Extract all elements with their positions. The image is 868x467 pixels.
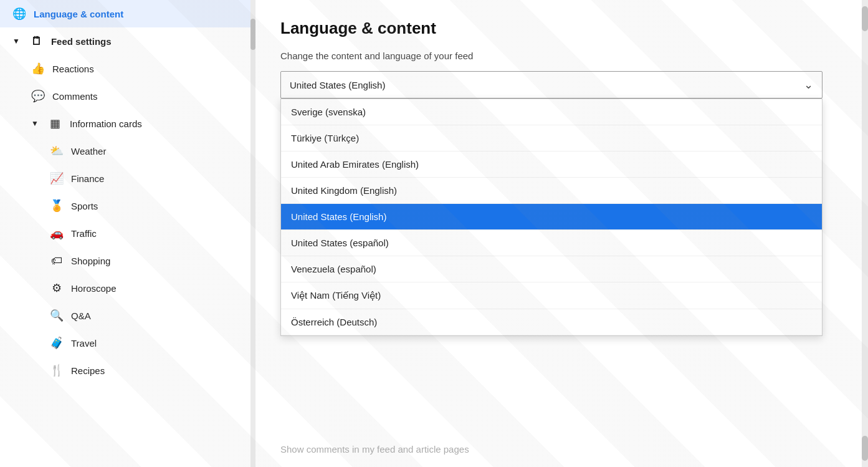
sidebar-item-traffic[interactable]: 🚗 Traffic xyxy=(0,219,255,247)
travel-icon: 🧳 xyxy=(50,336,64,350)
dropdown-option-sverige[interactable]: Sverige (svenska) xyxy=(281,99,822,125)
dropdown-selected-value: United States (English) xyxy=(290,80,385,90)
dropdown-option-us-english[interactable]: United States (English) xyxy=(281,204,822,230)
sidebar-item-label: Weather xyxy=(71,146,106,156)
sidebar-item-label: Information cards xyxy=(70,118,142,129)
sidebar-item-label: Sports xyxy=(71,201,98,211)
main-content: Language & content Change the content an… xyxy=(255,0,868,467)
sidebar-item-travel[interactable]: 🧳 Travel xyxy=(0,329,255,357)
dropdown-option-us-espanol[interactable]: United States (español) xyxy=(281,230,822,256)
sidebar-item-finance[interactable]: 📈 Finance xyxy=(0,165,255,192)
horoscope-icon: ⚙ xyxy=(50,281,64,295)
sidebar-item-reactions[interactable]: 👍 Reactions xyxy=(0,55,255,82)
language-dropdown-wrapper: United States (English) ⌄ Sverige (svens… xyxy=(280,71,843,99)
sidebar-item-recipes[interactable]: 🍴 Recipes xyxy=(0,357,255,384)
language-dropdown-list[interactable]: Sverige (svenska) Türkiye (Türkçe) Unite… xyxy=(280,99,823,336)
dropdown-option-turkiye[interactable]: Türkiye (Türkçe) xyxy=(281,125,822,152)
sidebar-item-sports[interactable]: 🏅 Sports xyxy=(0,192,255,219)
finance-icon: 📈 xyxy=(50,171,64,185)
sidebar-item-shopping[interactable]: 🏷 Shopping xyxy=(0,247,255,274)
sidebar-item-comments[interactable]: 💬 Comments xyxy=(0,82,255,110)
sidebar-item-label: Comments xyxy=(52,91,98,102)
weather-icon: ⛅ xyxy=(50,144,64,158)
feed-icon: 🗒 xyxy=(30,34,44,48)
sidebar-item-feed-settings[interactable]: ▼ 🗒 Feed settings xyxy=(0,27,255,55)
dropdown-option-venezuela[interactable]: Venezuela (español) xyxy=(281,256,822,282)
page-title: Language & content xyxy=(280,19,843,38)
section-description: Change the content and language of your … xyxy=(280,51,843,61)
sidebar-item-label: Traffic xyxy=(71,228,97,239)
recipes-icon: 🍴 xyxy=(50,363,64,377)
globe-icon: 🌐 xyxy=(12,7,26,21)
shopping-icon: 🏷 xyxy=(50,254,64,267)
sidebar-item-label: Recipes xyxy=(71,365,105,376)
sidebar-item-label: Horoscope xyxy=(71,283,117,294)
chevron-down-icon: ⌄ xyxy=(804,78,813,92)
collapse-icon-2: ▼ xyxy=(31,119,39,128)
comments-icon: 💬 xyxy=(31,89,45,103)
dropdown-option-uk[interactable]: United Kingdom (English) xyxy=(281,178,822,204)
sidebar-item-horoscope[interactable]: ⚙ Horoscope xyxy=(0,274,255,302)
reactions-icon: 👍 xyxy=(31,62,45,75)
sidebar-item-label: Shopping xyxy=(71,256,110,266)
sidebar: 🌐 Language & content ▼ 🗒 Feed settings 👍… xyxy=(0,0,255,467)
traffic-icon: 🚗 xyxy=(50,226,64,240)
qa-icon: 🔍 xyxy=(50,309,64,322)
sidebar-item-information-cards[interactable]: ▼ ▦ Information cards xyxy=(0,110,255,137)
language-dropdown-trigger[interactable]: United States (English) ⌄ xyxy=(280,71,823,99)
below-dropdown-text: Show comments in my feed and article pag… xyxy=(280,444,469,455)
sidebar-item-weather[interactable]: ⛅ Weather xyxy=(0,137,255,165)
sidebar-item-label: Feed settings xyxy=(51,36,112,47)
sidebar-item-label: Q&A xyxy=(71,311,91,321)
sidebar-item-label: Travel xyxy=(71,338,97,349)
sports-icon: 🏅 xyxy=(50,199,64,213)
sidebar-item-label: Finance xyxy=(71,173,104,184)
info-cards-icon: ▦ xyxy=(49,117,62,130)
collapse-icon: ▼ xyxy=(12,37,20,46)
sidebar-item-qa[interactable]: 🔍 Q&A xyxy=(0,302,255,329)
dropdown-option-austria[interactable]: Österreich (Deutsch) xyxy=(281,309,822,335)
sidebar-item-label: Language & content xyxy=(34,9,123,19)
dropdown-option-uae[interactable]: United Arab Emirates (English) xyxy=(281,152,822,178)
sidebar-item-label: Reactions xyxy=(52,64,94,74)
dropdown-option-vietnam[interactable]: Việt Nam (Tiếng Việt) xyxy=(281,282,822,309)
sidebar-item-language-content[interactable]: 🌐 Language & content xyxy=(0,0,255,27)
